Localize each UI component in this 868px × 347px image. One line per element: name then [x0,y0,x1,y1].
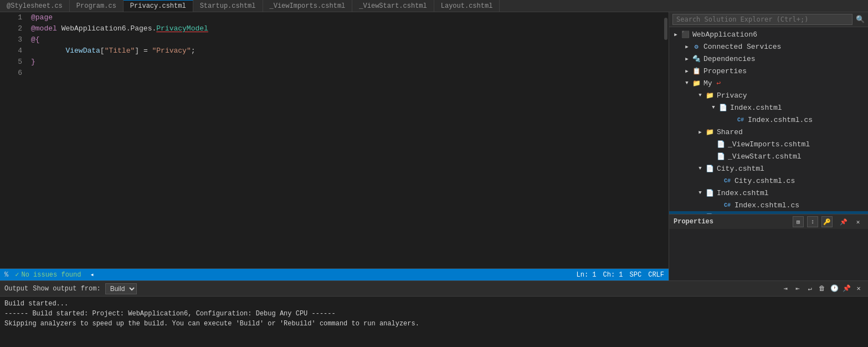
output-panel: Output Show output from: Build ⇥ ⇤ ↵ 🗑 🕐… [0,280,868,347]
editor-area: 1 2 3 4 5 6 @page @model WebApplication6… [0,12,669,280]
tree-privacy-folder[interactable]: ▼ 📁 Privacy [669,89,868,101]
tree-connected-services[interactable]: ▶ ⚙ Connected Services [669,40,868,53]
tab-viewimports[interactable]: _ViewImports.cshtml [263,0,353,12]
line-num-5: 5 [4,57,22,68]
tree-dependencies[interactable]: ▶ 🔩 Dependencies [669,53,868,65]
viewimports-icon: 📄 [716,139,726,149]
check-icon: ✓ [15,271,19,279]
editor-main: 1 2 3 4 5 6 @page @model WebApplication6… [0,12,669,268]
tree-index2-cshtml[interactable]: ▼ 📄 Index.cshtml [669,187,868,199]
tree-properties[interactable]: ▶ 📋 Properties [669,65,868,77]
branch-label: % [4,271,8,279]
main-area: 1 2 3 4 5 6 @page @model WebApplication6… [0,12,868,280]
connected-services-expand: ▶ [682,42,691,51]
status-crlf: CRLF [648,271,664,279]
search-icon[interactable]: 🔍 [856,15,865,24]
output-line-build-started: Build started... [4,299,864,309]
output-pin-icon[interactable]: 📌 [841,284,851,294]
properties-label: Properties [703,67,747,75]
props-key-icon[interactable]: 🔑 [821,216,833,227]
line-num-1: 1 [4,12,22,23]
code-line-4: ViewData["Title"] = "Privacy"; [31,45,659,57]
output-source-select[interactable]: Build [105,283,137,294]
shared-folder-label: Shared [717,128,743,136]
properties-title: Properties [674,218,713,226]
search-input[interactable] [672,14,852,25]
output-close-icon[interactable]: ✕ [854,284,864,294]
line-numbers: 1 2 3 4 5 6 [0,12,27,268]
status-spc: SPC [630,271,642,279]
tree-city-cshtml[interactable]: ▼ 📄 City.cshtml [669,162,868,175]
tab-viewstart[interactable]: _ViewStart.cshtml [352,0,434,12]
line-num-6: 6 [4,68,22,79]
status-branch[interactable]: % [4,271,8,279]
viewstart-label: _ViewStart.cshtml [728,152,802,161]
solution-icon: ⬛ [680,29,690,39]
tab-startup[interactable]: Startup.cshtml [193,0,263,12]
privacy-folder-expand: ▼ [696,91,705,100]
tab-privacy-cshtml[interactable]: Privacy.cshtml [124,0,193,12]
tree-viewimports[interactable]: 📄 _ViewImports.cshtml [669,138,868,150]
shared-folder-expand: ▶ [696,127,705,136]
code-line-3: @{ [31,34,659,45]
viewimports-label: _ViewImports.cshtml [728,140,810,149]
tab-layout[interactable]: Layout.cshtml [434,0,500,12]
output-icon-clear[interactable]: 🗑 [817,284,827,294]
status-ch: Ch: 1 [603,271,623,279]
tree-index2-cs[interactable]: C# Index.cshtml.cs [669,199,868,211]
tab-stylesheet[interactable]: @Stylesheet.cs [0,0,70,12]
status-ln: Ln: 1 [577,271,597,279]
scroll-left-icon[interactable]: ◂ [90,271,94,279]
city-cs-label: City.cshtml.cs [735,177,795,185]
tree-my-folder[interactable]: ▼ 📁 My ↩ [669,77,868,89]
output-icon-indent[interactable]: ⇤ [793,284,803,294]
code-line-6 [31,68,659,79]
line-num-4: 4 [4,45,22,57]
index-cshtml-label: Index.cshtml [730,104,782,112]
props-close-icon[interactable]: ✕ [852,216,864,227]
connected-services-icon: ⚙ [691,42,701,52]
code-content[interactable]: @page @model WebApplication6.Pages.Priva… [27,12,663,268]
city-cshtml-expand: ▼ [696,164,705,173]
props-pin-icon[interactable]: 📌 [838,216,849,227]
tree-shared-folder[interactable]: ▶ 📁 Shared [669,126,868,138]
index2-cshtml-icon: 📄 [705,188,715,198]
tree-index-cshtml-cs[interactable]: C# Index.cshtml.cs [669,114,868,126]
tree-index-cshtml[interactable]: ▼ 📄 Index.cshtml [669,101,868,114]
tree-city-cshtml-cs[interactable]: C# City.cshtml.cs [669,175,868,187]
tab-program[interactable]: Program.cs [70,0,124,12]
city-cshtml-icon: 📄 [705,164,715,174]
index-cshtml-expand: ▼ [709,103,718,112]
tab-bar: @Stylesheet.cs Program.cs Privacy.cshtml… [0,0,868,12]
output-header: Output Show output from: Build ⇥ ⇤ ↵ 🗑 🕐… [0,281,868,297]
scrollbar-thumb [664,18,667,40]
props-grid-icon[interactable]: ⊞ [793,216,804,227]
privacy-folder-icon: 📁 [705,90,715,100]
dependencies-label: Dependencies [703,55,756,63]
search-bar: 🔍 [669,12,868,27]
output-toolbar-icons: ⇥ ⇤ ↵ 🗑 🕐 📌 ✕ [780,284,864,294]
output-icon-format[interactable]: ⇥ [780,284,790,294]
connected-services-label: Connected Services [703,43,781,51]
editor-vertical-scrollbar[interactable] [663,12,669,268]
dependencies-expand: ▶ [682,54,691,63]
viewstart-icon: 📄 [716,151,726,161]
status-no-issues[interactable]: ✓ No issues found [15,271,81,279]
tree-viewstart[interactable]: 📄 _ViewStart.cshtml [669,150,868,162]
line-num-2: 2 [4,23,22,34]
my-folder-label: My ↩ [703,79,721,88]
output-icon-clock[interactable]: 🕐 [829,284,839,294]
properties-icon: 📋 [691,66,701,76]
tree-root[interactable]: ▶ ⬛ WebApplication6 [669,28,868,40]
solution-explorer-panel: 🔍 ▶ ⬛ WebApplication6 ▶ ⚙ Connected Serv… [669,12,868,280]
code-line-5: } [31,57,659,68]
output-icon-wrap[interactable]: ↵ [805,284,815,294]
shared-folder-icon: 📁 [705,127,715,137]
props-sort-icon[interactable]: ↕ [807,216,818,227]
status-right: Ln: 1 Ch: 1 SPC CRLF [577,271,664,279]
root-expand-icon: ▶ [671,30,680,39]
index-cs-label: Index.cshtml.cs [748,116,813,124]
index2-cshtml-label: Index.cshtml [717,189,769,197]
city-cshtml-label: City.cshtml [717,165,764,173]
output-title: Output [4,285,28,293]
